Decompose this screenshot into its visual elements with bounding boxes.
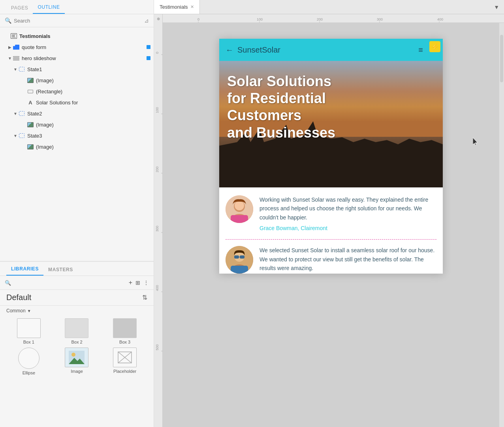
tree-label-image3: (Image) bbox=[36, 144, 150, 150]
vertical-scrollbar[interactable] bbox=[499, 23, 504, 427]
filter-icon[interactable]: ⊿ bbox=[144, 17, 149, 24]
ruler-vertical: 0 100 200 300 400 500 bbox=[154, 23, 163, 427]
library-name: Default bbox=[6, 293, 31, 302]
testimonial-divider bbox=[226, 239, 436, 240]
arrow-state2: ▼ bbox=[13, 111, 18, 116]
box2-label: Box 2 bbox=[71, 340, 82, 344]
lib-search-wrap: 🔍 bbox=[5, 280, 126, 286]
tab-outline[interactable]: OUTLINE bbox=[33, 1, 64, 14]
svg-text:300: 300 bbox=[377, 17, 383, 21]
tree-label-state2: State2 bbox=[27, 111, 150, 117]
svg-text:100: 100 bbox=[257, 17, 263, 21]
svg-text:100: 100 bbox=[155, 107, 159, 113]
tree-item-state2[interactable]: ▼ State2 bbox=[0, 108, 154, 119]
tree-item-image2[interactable]: (Image) bbox=[0, 119, 154, 130]
page-icon bbox=[10, 33, 17, 39]
common-section-label[interactable]: Common ▼ bbox=[0, 306, 154, 315]
testimonials-section: Working with Sunset Solar was really eas… bbox=[219, 187, 443, 274]
back-arrow-icon[interactable]: ← bbox=[226, 45, 233, 55]
left-tab-bar: PAGES OUTLINE bbox=[0, 0, 154, 14]
testimonial-avatar-1 bbox=[226, 195, 253, 223]
tree-item-image1[interactable]: (Image) bbox=[0, 75, 154, 86]
image-icon-3 bbox=[27, 144, 34, 149]
phone-header: ← SunsetSolar ≡ ⚡ bbox=[219, 39, 443, 61]
scrollbar-thumb[interactable] bbox=[500, 35, 503, 82]
tree-item-testimonials[interactable]: Testimonials bbox=[0, 30, 154, 42]
lib-more-icon[interactable]: ⋮ bbox=[143, 280, 149, 286]
canvas-tab-dropdown[interactable]: ▼ bbox=[489, 4, 504, 10]
component-box3[interactable]: Box 3 bbox=[102, 318, 147, 344]
bolt-badge: ⚡ bbox=[429, 41, 440, 52]
tree-item-state3[interactable]: ▼ State3 bbox=[0, 130, 154, 141]
tab-masters[interactable]: MASTERS bbox=[43, 264, 78, 276]
canvas-area: Testimonials ✕ ▼ ⊕ 0 100 200 300 bbox=[154, 0, 504, 427]
testimonial-quote-2: We selected Sunset Solar to install a se… bbox=[260, 246, 436, 272]
svg-text:200: 200 bbox=[155, 166, 159, 172]
tree-label-quote-form: quote form bbox=[22, 44, 147, 50]
lib-add-icon[interactable]: + bbox=[129, 279, 132, 286]
outline-panel: PAGES OUTLINE 🔍 ⊿ bbox=[0, 0, 154, 261]
svg-text:400: 400 bbox=[155, 285, 159, 291]
blue-square-hero-slideshow bbox=[147, 56, 150, 60]
menu-icon[interactable]: ≡ bbox=[418, 45, 423, 55]
search-input-wrap: 🔍 bbox=[5, 17, 144, 24]
tree-item-text1[interactable]: A Solar Solutions for bbox=[0, 97, 154, 108]
canvas-tab-testimonials[interactable]: Testimonials ✕ bbox=[154, 0, 200, 14]
arrow-state3: ▼ bbox=[13, 134, 18, 138]
box1-preview bbox=[17, 318, 41, 338]
lib-search-input[interactable] bbox=[13, 280, 126, 286]
svg-text:300: 300 bbox=[155, 226, 159, 232]
svg-rect-40 bbox=[231, 266, 248, 274]
svg-text:0: 0 bbox=[197, 17, 199, 21]
close-tab-icon[interactable]: ✕ bbox=[190, 4, 194, 9]
svg-text:400: 400 bbox=[437, 17, 443, 21]
testimonial-item-1: Working with Sunset Solar was really eas… bbox=[226, 195, 436, 231]
tab-pages[interactable]: PAGES bbox=[6, 2, 33, 14]
ruler-corner-icon: ⊕ bbox=[157, 17, 160, 21]
placeholder-preview bbox=[113, 348, 137, 367]
tab-libraries[interactable]: LIBRARIES bbox=[6, 263, 43, 276]
svg-rect-38 bbox=[240, 255, 244, 259]
component-box2[interactable]: Box 2 bbox=[55, 318, 100, 344]
lib-grid-icon[interactable]: ⊞ bbox=[135, 280, 140, 286]
ellipse-preview bbox=[18, 348, 39, 369]
svg-point-1 bbox=[71, 353, 75, 357]
dashed-box-icon-state2 bbox=[18, 111, 25, 116]
testimonial-body-1: Working with Sunset Solar was really eas… bbox=[260, 195, 436, 231]
tree-item-quote-form[interactable]: ▶ quote form bbox=[0, 42, 154, 53]
canvas-content: ← SunsetSolar ≡ ⚡ Solar Solutionsfor bbox=[163, 23, 499, 427]
components-grid: Box 1 Box 2 Box 3 bbox=[0, 315, 154, 380]
tree-label-image2: (Image) bbox=[36, 122, 150, 128]
testimonial-avatar-2 bbox=[226, 246, 253, 274]
component-box1[interactable]: Box 1 bbox=[6, 318, 51, 344]
left-panel: PAGES OUTLINE 🔍 ⊿ bbox=[0, 0, 154, 427]
svg-rect-37 bbox=[234, 255, 239, 259]
canvas-scroll[interactable]: 0 100 200 300 400 500 bbox=[154, 23, 504, 427]
svg-text:500: 500 bbox=[155, 344, 159, 350]
testimonial-author-1: Grace Bowman, Clairemont bbox=[260, 225, 436, 231]
canvas-tab-label: Testimonials bbox=[160, 4, 188, 10]
box3-preview bbox=[113, 318, 137, 338]
tree-label-rectangle1: (Rectangle) bbox=[36, 89, 150, 94]
component-placeholder[interactable]: Placeholder bbox=[102, 348, 147, 375]
tree-item-hero-slideshow[interactable]: ▼ hero slideshow bbox=[0, 53, 154, 64]
image-icon-1 bbox=[27, 77, 34, 83]
tree-item-state1[interactable]: ▼ State1 bbox=[0, 64, 154, 75]
library-selector[interactable]: Default ⇅ bbox=[0, 290, 154, 306]
component-ellipse[interactable]: Ellipse bbox=[6, 348, 51, 375]
blue-square-quote-form bbox=[147, 45, 150, 49]
phone-preview: ← SunsetSolar ≡ ⚡ Solar Solutionsfor bbox=[219, 39, 443, 274]
text-icon-1: A bbox=[27, 100, 34, 105]
tree-item-image3[interactable]: (Image) bbox=[0, 141, 154, 152]
testimonial-item-2: We selected Sunset Solar to install a se… bbox=[226, 246, 436, 274]
testimonial-body-2: We selected Sunset Solar to install a se… bbox=[260, 246, 436, 272]
bottom-tab-bar: LIBRARIES MASTERS bbox=[0, 262, 154, 276]
component-image[interactable]: Image bbox=[55, 348, 100, 375]
tree-item-rectangle1[interactable]: (Rectangle) bbox=[0, 86, 154, 97]
folder-icon bbox=[13, 44, 20, 50]
search-input[interactable] bbox=[14, 18, 144, 24]
layers-icon bbox=[13, 55, 20, 61]
library-arrow-icon[interactable]: ⇅ bbox=[142, 294, 147, 301]
ellipse-label: Ellipse bbox=[23, 370, 35, 375]
arrow-state1: ▼ bbox=[13, 67, 18, 72]
